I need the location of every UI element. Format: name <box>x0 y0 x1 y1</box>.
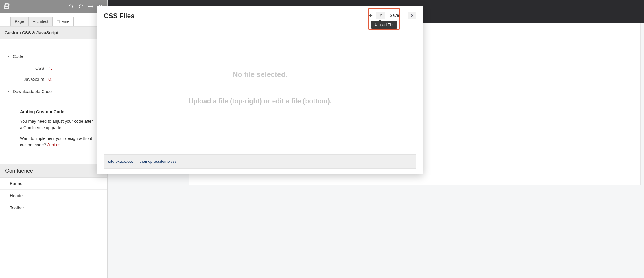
sidebar-item-header[interactable]: Header <box>0 190 107 202</box>
upload-file-button[interactable] <box>376 12 385 19</box>
callout-title: Adding Custom Code <box>20 109 93 114</box>
dialog-header: CSS Files Save <box>104 12 416 20</box>
section-title-custom-css-js: Custom CSS & JavaScript <box>0 26 107 39</box>
app-logo: B <box>2 1 9 11</box>
tree-node-downloadable-code[interactable]: ▸ Downloadable Code <box>7 87 104 96</box>
callout-paragraph: You may need to adjust your code after a… <box>20 118 93 131</box>
tree-leaf-label[interactable]: CSS <box>35 66 44 71</box>
tab-architect[interactable]: Architect <box>28 17 53 26</box>
sidebar-app-bar: B <box>0 0 107 13</box>
dropzone-message-1: No file selected. <box>233 70 288 79</box>
chevron-right-icon: ▸ <box>7 90 10 93</box>
dialog-title: CSS Files <box>104 12 135 20</box>
dropzone-message-2: Upload a file (top-right) or edit a file… <box>189 97 332 105</box>
file-list-bar: site-extras.css themepressdemo.css <box>104 154 416 169</box>
dialog-action-group: Save <box>366 12 416 19</box>
tree: ▾ Code CSS JavaScript ▸ <box>0 51 107 98</box>
tree-node-label: Code <box>13 54 23 59</box>
save-button[interactable]: Save <box>387 12 402 19</box>
tree-children-code: CSS JavaScript <box>7 61 104 87</box>
tree-leaf-javascript[interactable]: JavaScript <box>24 74 104 85</box>
svg-point-0 <box>49 67 51 69</box>
section-confluence: Confluence <box>0 164 107 178</box>
tree-node-code[interactable]: ▾ Code <box>7 52 104 61</box>
add-file-button[interactable] <box>366 12 375 19</box>
search-icon[interactable] <box>48 66 53 71</box>
callout-paragraph: Want to implement your design without cu… <box>20 135 93 148</box>
callout-adding-custom-code: Adding Custom Code You may need to adjus… <box>5 103 102 159</box>
file-dropzone[interactable]: No file selected. Upload a file (top-rig… <box>104 24 416 151</box>
svg-point-1 <box>49 78 51 80</box>
expand-horizontal-icon[interactable] <box>87 2 95 10</box>
sidebar-item-toolbar[interactable]: Toolbar <box>0 202 107 214</box>
search-icon[interactable] <box>48 77 52 82</box>
dialog-css-files: CSS Files Save No file selected. Upload … <box>97 6 423 174</box>
sidebar-tabs: Page Architect Theme <box>0 13 107 26</box>
redo-icon[interactable] <box>77 2 85 10</box>
sidebar-item-banner[interactable]: Banner <box>0 178 107 190</box>
chevron-down-icon: ▾ <box>7 55 10 58</box>
tree-node-label: Downloadable Code <box>13 89 52 94</box>
tree-leaf-css[interactable]: CSS <box>35 63 104 74</box>
tree-leaf-label[interactable]: JavaScript <box>24 77 44 82</box>
tooltip-upload-file: Upload File <box>371 21 397 29</box>
just-ask-link[interactable]: Just ask <box>47 142 62 147</box>
sidebar-scroll[interactable]: i ▾ Code CSS JavaScript <box>0 39 107 278</box>
file-link[interactable]: site-extras.css <box>108 159 133 164</box>
sidebar: B Page Architect Theme Custom CSS & Java… <box>0 0 108 278</box>
undo-icon[interactable] <box>67 2 75 10</box>
close-dialog-button[interactable] <box>408 12 416 19</box>
tab-page[interactable]: Page <box>10 17 29 26</box>
tab-theme[interactable]: Theme <box>52 17 74 26</box>
file-link[interactable]: themepressdemo.css <box>139 159 176 164</box>
